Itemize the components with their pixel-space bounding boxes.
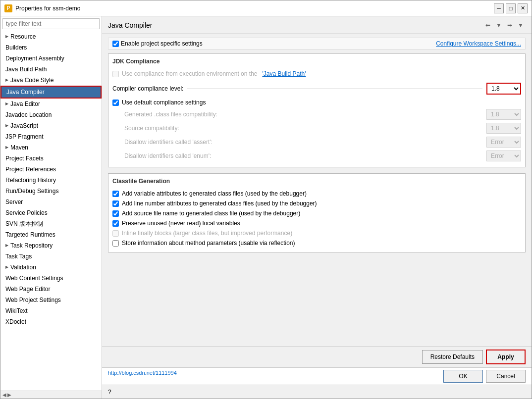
back-button[interactable]: ⬅ [483,20,493,30]
back-dropdown[interactable]: ▼ [494,20,504,30]
minimize-button[interactable]: ─ [494,3,504,13]
classfile-checkbox-add-source-file[interactable] [112,210,119,217]
sidebar-item-builders[interactable]: Builders [0,42,102,53]
content-area: ResourceBuildersDeployment AssemblyJava … [0,16,532,399]
sidebar-item-xdoclet[interactable]: XDoclet [0,316,102,327]
classfile-label-add-variable: Add variable attributes to generated cla… [122,190,307,197]
sidebar-item-web-project-settings[interactable]: Web Project Settings [0,295,102,305]
classfile-checkbox-add-line-number[interactable] [112,200,119,207]
sidebar: ResourceBuildersDeployment AssemblyJava … [0,16,102,399]
source-compat-row: Source compatibility: 1.8 [112,121,521,135]
sidebar-item-java-editor[interactable]: Java Editor [0,99,102,109]
use-compliance-checkbox[interactable] [112,71,119,77]
bottom-bar: Restore Defaults Apply [102,346,532,367]
help-icon[interactable]: ? [108,389,111,396]
ok-button[interactable]: OK [443,370,483,383]
apply-button[interactable]: Apply [486,349,526,364]
close-button[interactable]: ✕ [518,3,528,13]
footer-bar: ? [102,385,532,399]
scroll-right[interactable]: ▶ [7,392,11,398]
generated-class-row: Generated .class files compatibility: 1.… [112,107,521,121]
sidebar-item-svn[interactable]: SVN 版本控制 [0,218,102,229]
sidebar-item-java-build-path[interactable]: Java Build Path [0,64,102,75]
jdk-section-title: JDK Compliance [112,58,521,65]
sidebar-item-task-repository[interactable]: Task Repository [0,240,102,251]
sidebar-item-java-code-style[interactable]: Java Code Style [0,75,102,86]
main-header: Java Compiler ⬅ ▼ ➡ ▼ [102,16,532,34]
maximize-button[interactable]: □ [506,3,516,13]
classfile-item-preserve-unused: Preserve unused (never read) local varia… [112,218,521,228]
disallow-assert-label: Disallow identifiers called 'assert': [112,139,213,146]
sidebar-scrollbar[interactable]: ◀ ▶ [0,391,102,399]
enable-checkbox-label[interactable]: Enable project specific settings [112,40,203,47]
generated-class-label: Generated .class files compatibility: [112,111,217,118]
use-compliance-row: Use compliance from execution environmen… [112,69,521,79]
classfile-item-add-source-file: Add source file name to generated class … [112,208,521,218]
classfile-generation-section: Classfile Generation Add variable attrib… [108,173,526,252]
nav-buttons: ⬅ ▼ ➡ ▼ [483,20,526,30]
footer-url: http://blog.csdn.net/1111994 [108,370,440,383]
enable-checkbox[interactable] [112,41,119,47]
source-compat-label: Source compatibility: [112,125,179,132]
sidebar-item-javascript[interactable]: JavaScript [0,120,102,131]
compiler-compliance-label: Compiler compliance level: [112,85,183,92]
source-compat-select[interactable]: 1.8 [486,123,521,134]
generated-class-select[interactable]: 1.8 [486,109,521,120]
sidebar-item-refactoring-history[interactable]: Refactoring History [0,175,102,186]
classfile-item-store-info: Store information about method parameter… [112,238,521,248]
compliance-level-select[interactable]: 1.8 1.7 1.6 [486,83,521,95]
main-panel: Java Compiler ⬅ ▼ ➡ ▼ Enable project spe… [102,16,532,399]
sidebar-item-task-tags[interactable]: Task Tags [0,251,102,262]
compiler-compliance-row: Compiler compliance level: 1.8 1.7 1.6 [112,83,521,95]
disallow-assert-select[interactable]: Error [486,137,521,148]
sidebar-item-project-facets[interactable]: Project Facets [0,153,102,164]
sidebar-item-resource[interactable]: Resource [0,31,102,42]
sidebar-item-web-content-settings[interactable]: Web Content Settings [0,273,102,284]
sidebar-item-deployment-assembly[interactable]: Deployment Assembly [0,53,102,64]
sidebar-item-targeted-runtimes[interactable]: Targeted Runtimes [0,229,102,240]
disallow-enum-select[interactable]: Error [486,150,521,161]
use-default-checkbox[interactable] [112,100,119,106]
jdk-compliance-section: JDK Compliance Use compliance from execu… [108,53,526,167]
classfile-checkbox-add-variable[interactable] [112,191,119,197]
sidebar-item-jsp-fragment[interactable]: JSP Fragment [0,131,102,142]
classfile-item-add-line-number: Add line number attributes to generated … [112,199,521,208]
sidebar-item-maven[interactable]: Maven [0,142,102,153]
disallow-enum-row: Disallow identifiers called 'enum': Erro… [112,149,521,163]
restore-defaults-button[interactable]: Restore Defaults [422,350,483,364]
sidebar-item-server[interactable]: Server [0,197,102,207]
classfile-label-store-info: Store information about method parameter… [122,240,295,247]
disallow-assert-row: Disallow identifiers called 'assert': Er… [112,135,521,149]
classfile-items: Add variable attributes to generated cla… [112,189,521,248]
app-icon: P [4,4,12,12]
filter-input[interactable] [2,18,100,29]
classfile-checkbox-store-info[interactable] [112,240,119,247]
classfile-label-inline-finally: Inline finally blocks (larger class file… [122,230,292,237]
classfile-section-title: Classfile Generation [112,178,521,185]
forward-button[interactable]: ➡ [505,20,515,30]
classfile-label-add-source-file: Add source file name to generated class … [122,210,300,217]
sidebar-item-validation[interactable]: Validation [0,262,102,273]
tree-area: ResourceBuildersDeployment AssemblyJava … [0,31,102,391]
main-content: Enable project specific settings Configu… [102,34,532,346]
forward-dropdown[interactable]: ▼ [516,20,526,30]
scroll-left[interactable]: ◀ [2,392,6,398]
configure-workspace-link[interactable]: Configure Workspace Settings... [436,40,521,47]
classfile-checkbox-inline-finally[interactable] [112,230,119,237]
sidebar-item-javadoc-location[interactable]: Javadoc Location [0,109,102,120]
classfile-item-inline-finally: Inline finally blocks (larger class file… [112,228,521,238]
java-build-path-link[interactable]: 'Java Build Path' [262,70,306,77]
window-title: Properties for ssm-demo [15,5,494,12]
action-buttons: http://blog.csdn.net/1111994 OK Cancel [102,367,532,385]
classfile-checkbox-preserve-unused[interactable] [112,220,119,227]
sidebar-item-java-compiler[interactable]: Java Compiler [0,86,102,99]
cancel-button[interactable]: Cancel [486,370,526,383]
sidebar-item-web-page-editor[interactable]: Web Page Editor [0,284,102,295]
sidebar-item-service-policies[interactable]: Service Policies [0,207,102,218]
classfile-label-add-line-number: Add line number attributes to generated … [122,200,317,207]
sidebar-item-run-debug-settings[interactable]: Run/Debug Settings [0,186,102,197]
sidebar-item-wikitext[interactable]: WikiText [0,305,102,316]
disallow-enum-label: Disallow identifiers called 'enum': [112,152,211,159]
title-bar-buttons: ─ □ ✕ [494,3,528,13]
sidebar-item-project-references[interactable]: Project References [0,164,102,175]
